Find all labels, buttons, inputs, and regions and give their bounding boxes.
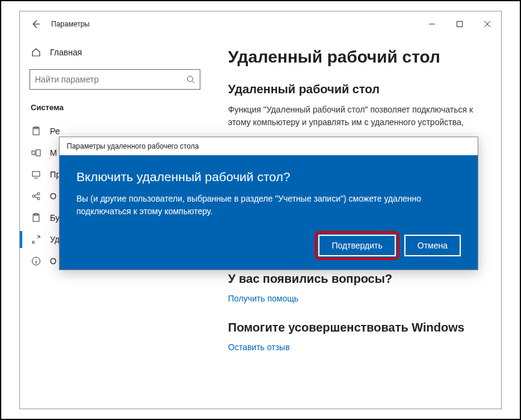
minimize-button[interactable] [418, 14, 446, 34]
confirm-button-label: Подтвердить [331, 241, 382, 250]
feedback-link[interactable]: Оставить отзыв [228, 342, 290, 352]
remote-icon [31, 235, 42, 244]
svg-rect-5 [36, 150, 40, 156]
confirm-button[interactable]: Подтвердить [318, 235, 395, 256]
sidebar-item-label: Ре [50, 126, 60, 136]
svg-rect-0 [457, 22, 463, 27]
info-icon [31, 256, 42, 266]
confirmation-dialog: Параметры удаленного рабочего стола Вклю… [59, 137, 478, 270]
window-title: Параметры [51, 20, 90, 28]
maximize-button[interactable] [446, 14, 473, 34]
share-icon [31, 191, 42, 201]
svg-rect-4 [32, 151, 35, 155]
project-icon [31, 170, 42, 179]
dialog-buttons: Подтвердить Отмена [76, 235, 461, 256]
svg-rect-6 [32, 171, 40, 176]
section-label: Система [29, 103, 200, 112]
home-icon [31, 48, 42, 57]
dialog-title: Параметры удаленного рабочего стола [60, 137, 478, 155]
feedback-section: Помогите усовершенствовать Windows Остав… [228, 321, 483, 353]
back-button[interactable] [28, 17, 43, 31]
svg-point-1 [188, 76, 193, 82]
section-heading: Удаленный рабочий стол [228, 82, 483, 96]
page-title: Удаленный рабочий стол [228, 48, 483, 67]
get-help-link[interactable]: Получить помощь [228, 294, 298, 303]
sidebar-item-label: М [50, 148, 57, 158]
search-box[interactable] [29, 69, 200, 90]
clipboard-icon [31, 213, 42, 223]
cancel-button-label: Отмена [418, 241, 448, 250]
help-section: У вас появились вопросы? Получить помощь [228, 272, 483, 304]
maximize-icon [457, 21, 463, 27]
clipboard-icon [31, 126, 42, 136]
arrow-left-icon [31, 19, 40, 29]
questions-heading: У вас появились вопросы? [228, 272, 483, 286]
sidebar-item-label: О [50, 191, 57, 201]
dialog-text: Вы (и другие пользователи, выбранные в р… [76, 193, 461, 218]
minimize-icon [429, 21, 435, 27]
search-icon [187, 75, 195, 84]
improve-heading: Помогите усовершенствовать Windows [228, 321, 483, 335]
home-nav[interactable]: Главная [29, 42, 200, 63]
home-label: Главная [50, 48, 82, 57]
dialog-body: Включить удаленный рабочий стол? Вы (и д… [60, 155, 478, 270]
close-icon [484, 21, 490, 27]
dialog-heading: Включить удаленный рабочий стол? [76, 170, 461, 184]
svg-point-9 [37, 197, 40, 200]
search-input[interactable] [35, 75, 187, 84]
titlebar: Параметры [20, 11, 501, 37]
window-controls [418, 14, 501, 34]
description-text: Функция "Удаленный рабочий стол" позволя… [228, 103, 483, 129]
svg-point-7 [32, 195, 35, 197]
close-button[interactable] [473, 14, 501, 34]
svg-point-8 [37, 193, 40, 195]
cancel-button[interactable]: Отмена [404, 235, 461, 256]
multitask-icon [31, 148, 42, 158]
